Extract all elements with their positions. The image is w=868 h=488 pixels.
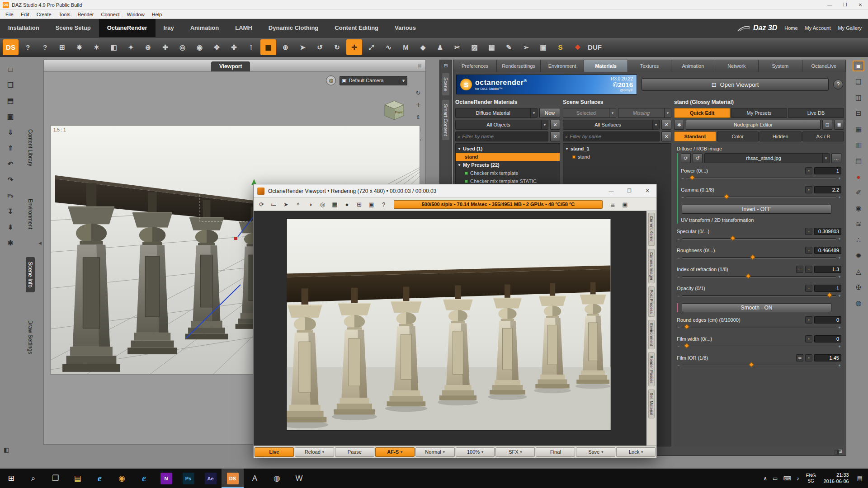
texture-slot-icon[interactable]: ▫ (805, 335, 812, 343)
render-log-icon[interactable]: ≣ (607, 199, 618, 210)
measure-tool-icon[interactable]: ⊺ (243, 39, 259, 55)
nav-link[interactable]: My Gallery (838, 25, 862, 31)
materials-filter-box[interactable]: ⌕ (455, 131, 548, 141)
chrome-icon[interactable]: ◉ (111, 469, 133, 488)
align-icon[interactable]: ◧ (106, 39, 122, 55)
texture-slot-icon[interactable]: ▫ (805, 316, 812, 324)
scale-tool-icon[interactable]: ⤢ (363, 39, 379, 55)
octane-tab[interactable]: OctaneLive (802, 60, 846, 72)
octane-tab[interactable]: Rendersettings (497, 60, 540, 72)
render-footer-button[interactable]: AF-S (375, 447, 415, 457)
download-icon[interactable]: ↧ (4, 206, 17, 217)
install-icon[interactable]: ⇟ (4, 221, 17, 233)
nav-link[interactable]: My Account (805, 25, 831, 31)
ungroup-tool-icon[interactable]: ✤ (226, 39, 242, 55)
texture-slot-icon[interactable]: ▫ (805, 186, 812, 193)
menu-item[interactable]: Edit (17, 10, 33, 19)
swap-texture-icon[interactable]: ↺ (693, 153, 703, 163)
orbit-cube[interactable]: Front (382, 98, 406, 122)
texture-slot-icon[interactable]: ▫ (805, 266, 812, 273)
wacom-icon[interactable]: W (288, 469, 310, 488)
whats-this-icon[interactable]: ? (20, 39, 36, 55)
param-value-field[interactable]: 2.2 (814, 186, 841, 193)
new-node-icon[interactable]: ⊞ (54, 39, 70, 55)
internet-explorer-icon[interactable]: e (89, 469, 111, 488)
slider-handle[interactable] (684, 324, 689, 329)
activity-tab[interactable]: Dynamic Clothing (260, 19, 327, 37)
language-indicator[interactable]: ENG SG (803, 473, 819, 483)
editor-mode-tab[interactable]: Color (717, 131, 759, 141)
after-effects-icon[interactable]: Ae (199, 469, 222, 488)
uv-edit-icon[interactable]: ▨ (467, 39, 482, 55)
brush-icon[interactable]: ✐ (853, 187, 864, 198)
task-view-icon[interactable]: ❐ (44, 469, 66, 488)
viewport-pane-menu-icon[interactable]: ≣ (414, 63, 425, 71)
render-footer-button[interactable]: SFX (495, 447, 535, 457)
subsample-icon[interactable]: ⊞ (354, 199, 365, 210)
create-null-icon[interactable]: ◎ (175, 39, 190, 55)
minimize-button[interactable]: — (602, 184, 620, 197)
render-side-tab[interactable]: Render Passes (648, 352, 655, 387)
tree-expand-icon[interactable] (458, 163, 463, 167)
magnet-icon[interactable]: M (398, 39, 414, 55)
param-value-field[interactable]: 1 (814, 285, 841, 292)
material-type-dropdown[interactable]: Diffuse Material (455, 108, 538, 118)
redo-icon[interactable]: ↷ (4, 174, 17, 186)
chevron-down-icon[interactable] (401, 450, 402, 454)
close-button[interactable]: ✕ (638, 184, 656, 197)
render-window-titlebar[interactable]: OctaneRender Viewport • Rendering (720 x… (254, 184, 656, 198)
tree-item[interactable]: Used (1) (456, 145, 560, 153)
pane-tab[interactable]: Content Library (26, 125, 35, 171)
merge-icon[interactable]: ⬒ (4, 95, 17, 107)
universal-translate-icon[interactable]: ✛ (346, 39, 362, 55)
diffuse-image-dropdown[interactable]: rhsac_stand.jpg (704, 153, 830, 163)
param-slider[interactable]: − + (677, 293, 841, 299)
node-pointer-icon[interactable]: ➢ (518, 39, 534, 55)
render-side-tab[interactable]: Post Process (648, 286, 655, 317)
alienware-icon[interactable]: A (244, 469, 266, 488)
slider-handle[interactable] (746, 273, 751, 278)
param-slider[interactable]: − + (681, 194, 841, 200)
render-footer-button[interactable]: Pause (335, 447, 374, 457)
slider-handle[interactable] (724, 194, 729, 199)
octane-help-button[interactable]: ? (833, 80, 843, 89)
activity-tab[interactable]: Installation (0, 19, 47, 37)
file-explorer-icon[interactable]: ▤ (66, 469, 89, 488)
param-value-field[interactable]: 1 (814, 167, 841, 174)
snapshot-icon[interactable]: ▣ (619, 199, 631, 210)
bottom-left-pane-icon[interactable]: ◧ (4, 446, 9, 453)
materials-filter-input[interactable] (462, 134, 546, 139)
puppeteer-icon[interactable]: ✶ (89, 39, 104, 55)
texture-slot-icon[interactable]: ▫ (805, 167, 812, 174)
octane-live-icon[interactable]: ❖ (570, 39, 585, 55)
missing-filter-dropdown[interactable]: Missing (618, 108, 671, 118)
texture-slot-icon[interactable]: ▫ (805, 228, 812, 235)
texture-slot-icon[interactable]: ▫ (805, 247, 812, 254)
keyboard-icon[interactable]: ⌨ (780, 475, 793, 482)
group-tool-icon[interactable]: ✥ (209, 39, 225, 55)
edge-icon[interactable]: e (133, 469, 155, 488)
globe-icon[interactable]: ◍ (853, 298, 864, 309)
viewport-help-icon[interactable]: ? (378, 199, 389, 210)
param-menu-icon[interactable]: ≔ (796, 354, 803, 361)
hidden-icons-chevron[interactable]: ∧ (760, 475, 770, 482)
onenote-icon[interactable]: N (155, 469, 177, 488)
restore-button[interactable]: ❐ (837, 0, 853, 9)
orbit-icon[interactable]: ↻ (414, 88, 423, 97)
menu-item[interactable]: File (2, 10, 17, 19)
render-side-tab[interactable]: Environment (648, 320, 655, 349)
render-footer-button[interactable]: Normal (415, 447, 455, 457)
tree-item[interactable]: My Presets (22) (456, 161, 560, 169)
film-settings-icon[interactable]: ▦ (329, 199, 340, 210)
bottom-right-pane-icon[interactable]: ◨ (834, 448, 840, 455)
render-side-tab[interactable]: Current Kernel (648, 213, 655, 246)
action-center-icon[interactable]: ▤ (854, 475, 866, 482)
light-icon[interactable]: ✹ (853, 250, 864, 261)
octane-tab[interactable]: Preferences (453, 60, 497, 72)
restart-render-icon[interactable]: ⟳ (256, 199, 267, 210)
rotate-ccw-icon[interactable]: ↺ (312, 39, 328, 55)
browse-image-button[interactable]: … (831, 153, 841, 163)
pane-tab[interactable]: Scene (442, 73, 449, 95)
clock[interactable]: 21:33 2016-06-06 (820, 472, 852, 485)
anchor-icon[interactable]: ✠ (853, 282, 864, 293)
